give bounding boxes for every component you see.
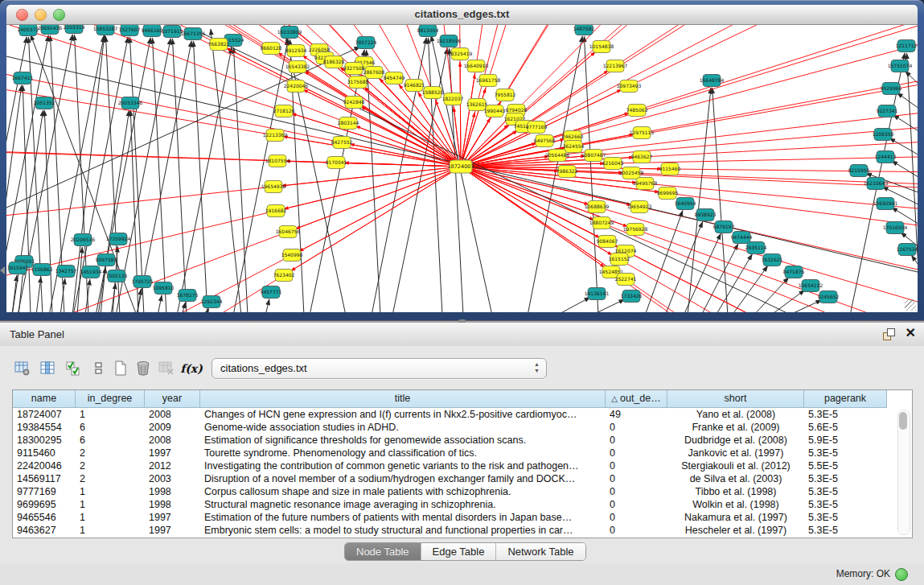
function-builder-icon[interactable]: f(x)	[182, 359, 201, 378]
table-cell-name[interactable]: 22420046	[13, 459, 76, 472]
network-edge[interactable]	[645, 210, 683, 312]
close-panel-icon[interactable]: ✕	[906, 325, 916, 340]
table-cell-name[interactable]: 9463627	[13, 524, 76, 537]
table-cell-title[interactable]: Corpus callosum shape and size in male p…	[200, 485, 606, 498]
table-row[interactable]: 946554611997Estimation of the future num…	[13, 511, 898, 524]
table-cell-year[interactable]: 1997	[145, 524, 200, 537]
table-cell-title[interactable]: Structural magnetic resonance image aver…	[200, 498, 606, 511]
table-cell-year[interactable]: 1998	[145, 498, 200, 511]
table-cell-pagerank[interactable]: 5.9E-5	[804, 434, 887, 447]
table-cell-out_degree[interactable]: 0	[606, 498, 667, 511]
column-header-in_degree[interactable]: in_degree	[76, 390, 145, 408]
network-edge[interactable]	[591, 299, 625, 312]
network-edge[interactable]	[716, 254, 752, 312]
network-edge[interactable]	[906, 53, 918, 312]
table-cell-short[interactable]: Tibbo et al. (1998)	[667, 485, 804, 498]
network-edge[interactable]	[770, 290, 805, 312]
table-cell-pagerank[interactable]: 5.3E-5	[804, 472, 887, 485]
tab-node-table[interactable]: Node Table	[345, 543, 421, 560]
table-cell-short[interactable]: Yano et al. (2008)	[667, 408, 804, 421]
network-canvas[interactable]: 2405572206914362203319108532871527607946…	[6, 25, 918, 312]
table-cell-out_degree[interactable]: 0	[606, 485, 667, 498]
table-cell-year[interactable]: 1998	[145, 485, 200, 498]
table-cell-pagerank[interactable]: 5.3E-5	[804, 408, 887, 421]
table-cell-name[interactable]: 19384554	[13, 421, 76, 434]
table-cell-out_degree[interactable]: 0	[606, 459, 667, 472]
table-cell-in_degree[interactable]: 2	[76, 459, 145, 472]
network-edge[interactable]	[665, 221, 703, 312]
table-cell-year[interactable]: 2009	[145, 421, 200, 434]
network-edge[interactable]	[177, 47, 232, 312]
table-row[interactable]: 977716911998Corpus callosum shape and si…	[13, 485, 898, 498]
network-edge[interactable]	[905, 71, 918, 90]
table-cell-title[interactable]: Changes of HCN gene expression and I(f) …	[200, 408, 606, 421]
table-cell-in_degree[interactable]: 6	[76, 421, 145, 434]
table-cell-short[interactable]: Nakamura et al. (1997)	[667, 511, 804, 524]
table-cell-pagerank[interactable]: 5.3E-5	[804, 498, 887, 511]
table-cell-name[interactable]: 9777169	[13, 485, 76, 498]
table-cell-year[interactable]: 2003	[145, 472, 200, 485]
column-header-name[interactable]: name	[13, 390, 76, 408]
table-row[interactable]: 946362711997Embryonic stem cells: a mode…	[13, 524, 898, 537]
table-select-dropdown[interactable]: citations_edges.txt ▲▼	[211, 358, 547, 379]
table-cell-title[interactable]: Investigating the contribution of common…	[200, 459, 606, 472]
table-row[interactable]: 969969511998Structural magnetic resonanc…	[13, 498, 898, 511]
panel-collapse-arrow-icon[interactable]	[0, 266, 5, 274]
column-header-year[interactable]: year	[145, 390, 200, 408]
network-edge[interactable]	[584, 36, 598, 312]
network-edge[interactable]	[897, 93, 918, 113]
table-cell-year[interactable]: 1997	[145, 447, 200, 459]
table-row[interactable]: 1938455462009Genome-wide association stu…	[13, 421, 898, 434]
tab-edge-table[interactable]: Edge Table	[421, 543, 497, 560]
table-cell-short[interactable]: Wolkin et al. (1998)	[667, 498, 804, 511]
float-panel-icon[interactable]	[883, 328, 895, 340]
table-cell-in_degree[interactable]: 2	[76, 447, 145, 459]
new-column-icon[interactable]	[111, 359, 130, 378]
table-cell-in_degree[interactable]: 1	[76, 485, 145, 498]
table-row[interactable]: 911546021997Tourette syndrome. Phenomeno…	[13, 447, 898, 459]
table-cell-pagerank[interactable]: 5.5E-5	[804, 459, 887, 472]
column-header-title[interactable]: title	[200, 390, 606, 408]
network-window-titlebar[interactable]: citations_edges.txt	[6, 5, 918, 25]
network-edge[interactable]	[36, 277, 41, 312]
table-cell-name[interactable]: 18724007	[13, 408, 76, 421]
table-cell-out_degree[interactable]: 0	[606, 421, 667, 434]
table-cell-name[interactable]: 14569117	[13, 472, 76, 485]
network-edge[interactable]	[556, 297, 590, 312]
delete-columns-icon[interactable]	[133, 359, 153, 378]
table-cell-pagerank[interactable]: 5.3E-5	[804, 485, 887, 498]
row-view-icon[interactable]	[89, 359, 109, 378]
table-cell-out_degree[interactable]: 0	[606, 447, 667, 459]
table-row[interactable]: 1456911722003Disruption of a novel membe…	[13, 472, 898, 485]
table-cell-name[interactable]: 9465546	[13, 511, 76, 524]
table-cell-year[interactable]: 2012	[145, 459, 200, 472]
column-header-pagerank[interactable]: pagerank	[804, 390, 887, 408]
column-header-short[interactable]: short	[667, 390, 804, 408]
network-edge[interactable]	[893, 115, 918, 135]
table-cell-short[interactable]: Jankovic et al. (1997)	[667, 447, 804, 459]
table-cell-out_degree[interactable]: 0	[606, 524, 667, 537]
network-window[interactable]: citations_edges.txt 24055722069143622033…	[0, 0, 924, 320]
column-header-out_degree[interactable]: △out_de…	[606, 390, 667, 408]
table-cell-title[interactable]: Tourette syndrome. Phenomenology and cla…	[200, 447, 606, 459]
table-vertical-scrollbar[interactable]	[897, 410, 910, 535]
network-edge[interactable]	[305, 71, 461, 167]
table-cell-out_degree[interactable]: 0	[606, 434, 667, 447]
table-cell-pagerank[interactable]: 5.6E-5	[804, 421, 887, 434]
table-cell-out_degree[interactable]: 0	[606, 472, 667, 485]
table-cell-year[interactable]: 2008	[145, 408, 200, 421]
table-cell-in_degree[interactable]: 1	[76, 511, 145, 524]
network-edge[interactable]	[182, 303, 186, 312]
table-cell-short[interactable]: Hescheler et al. (1997)	[667, 524, 804, 537]
network-edge[interactable]	[211, 29, 241, 312]
table-cell-in_degree[interactable]: 1	[76, 408, 145, 421]
table-cell-short[interactable]: Franke et al. (2009)	[667, 421, 804, 434]
network-edge[interactable]	[265, 299, 269, 312]
table-cell-title[interactable]: Embryonic stem cells: a model to study s…	[200, 524, 606, 537]
tab-network-table[interactable]: Network Table	[496, 543, 585, 560]
table-cell-year[interactable]: 2008	[145, 434, 200, 447]
network-edge[interactable]	[77, 247, 82, 312]
table-row[interactable]: 1872400712008Changes of HCN gene express…	[13, 408, 898, 421]
table-cell-out_degree[interactable]: 0	[606, 511, 667, 524]
table-row[interactable]: 1830029562008Estimation of significance …	[13, 434, 898, 447]
